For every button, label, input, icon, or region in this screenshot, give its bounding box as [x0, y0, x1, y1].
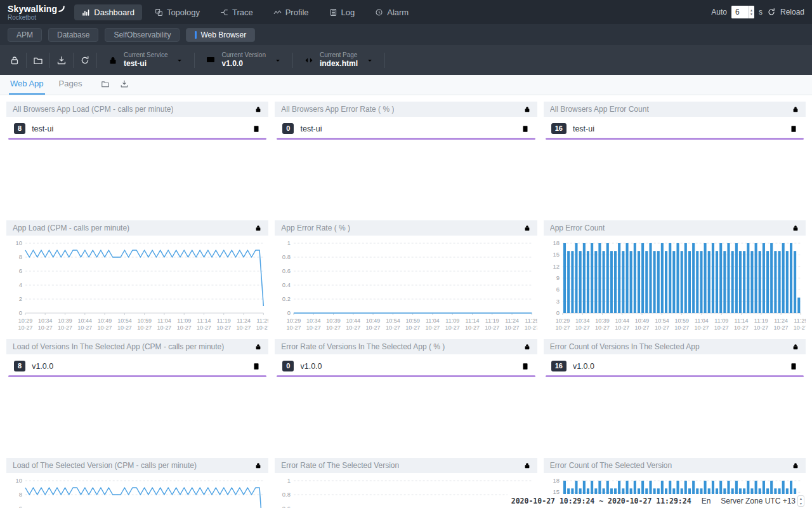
card-body: 16test-ui — [544, 117, 806, 140]
clipboard-icon[interactable] — [789, 124, 798, 133]
lock-icon[interactable] — [523, 105, 531, 113]
svg-text:10-27: 10-27 — [426, 324, 440, 331]
lock-icon[interactable] — [254, 105, 262, 113]
clipboard-icon[interactable] — [521, 124, 530, 133]
svg-text:10-27: 10-27 — [366, 324, 381, 331]
svg-text:10:29: 10:29 — [555, 318, 569, 324]
svg-text:9: 9 — [556, 274, 559, 281]
instance-row[interactable]: 16test-ui — [544, 117, 806, 137]
menu-item-log[interactable]: Log — [322, 4, 363, 20]
chart-canvas[interactable]: 00.20.40.60.8110:2910-2710:3410-2710:391… — [275, 236, 537, 336]
lock-icon[interactable] — [523, 224, 531, 232]
lock-icon[interactable] — [254, 343, 262, 351]
lock-icon[interactable] — [792, 343, 799, 351]
clipboard-icon[interactable] — [789, 362, 798, 371]
svg-text:10-27: 10-27 — [326, 324, 341, 331]
instance-row[interactable]: 8test-ui — [6, 117, 268, 137]
card-chart-4: App Error Rate ( % )00.20.40.60.8110:291… — [275, 220, 537, 337]
value-badge: 8 — [14, 361, 25, 371]
chart-canvas[interactable]: 00.20.40.60.8110:2910-2710:3410-2710:391… — [275, 473, 537, 508]
clipboard-icon[interactable] — [252, 362, 261, 371]
menu-item-alarm[interactable]: Alarm — [367, 4, 416, 20]
stepper-arrows[interactable]: ▲▼ — [748, 6, 754, 18]
divider — [384, 53, 385, 68]
lock-icon[interactable] — [254, 224, 262, 232]
svg-text:18: 18 — [553, 239, 560, 246]
card-body: 036912151810:2910-2710:3410-2710:3910-27… — [544, 236, 806, 336]
selector-current-page[interactable]: Current Pageindex.html — [295, 45, 383, 75]
svg-text:0.2: 0.2 — [282, 295, 291, 302]
clipboard-icon[interactable] — [521, 362, 530, 371]
card-header: App Load (CPM - calls per minute) — [6, 220, 268, 236]
card-title: App Error Rate ( % ) — [281, 224, 350, 232]
menu-item-topology[interactable]: Topology — [147, 4, 207, 20]
download-icon[interactable] — [120, 79, 129, 88]
export-button[interactable] — [52, 51, 71, 70]
folder-button[interactable] — [29, 51, 48, 70]
lock-button[interactable] — [5, 51, 24, 70]
selector-label: Current Service — [124, 51, 167, 60]
tab-web-app[interactable]: Web App — [9, 74, 45, 95]
svg-text:11:19: 11:19 — [217, 318, 231, 324]
clipboard-icon[interactable] — [252, 124, 261, 133]
svg-text:6: 6 — [19, 505, 22, 508]
svg-text:10-27: 10-27 — [445, 324, 460, 331]
monitor-icon — [206, 55, 216, 65]
menu-item-trace[interactable]: Trace — [213, 4, 261, 20]
svg-text:10-27: 10-27 — [98, 324, 112, 331]
svg-text:6: 6 — [19, 267, 22, 274]
chart-canvas[interactable]: 024681010:2910-2710:3410-2710:3910-2710:… — [6, 236, 268, 336]
lock-icon[interactable] — [792, 105, 799, 113]
svg-text:15: 15 — [553, 251, 560, 258]
group-tab-database[interactable]: Database — [48, 28, 98, 42]
instance-row[interactable]: 0test-ui — [275, 117, 537, 137]
chart-canvas[interactable]: 036912151810:2910-2710:3410-2710:3910-27… — [544, 236, 806, 336]
svg-text:10:49: 10:49 — [366, 318, 380, 324]
selection-underline — [8, 138, 266, 140]
group-tab-web-browser[interactable]: Web Browser — [186, 28, 255, 42]
menu-item-profile[interactable]: Profile — [266, 4, 317, 20]
folder-icon — [33, 55, 43, 65]
stepper-arrows[interactable]: ▲▼ — [797, 495, 804, 507]
selector-current-version[interactable]: Current Versionv1.0.0 — [197, 45, 290, 75]
svg-text:0.6: 0.6 — [282, 267, 291, 274]
reload-label[interactable]: Reload — [780, 8, 804, 17]
auto-interval-input[interactable] — [731, 6, 748, 18]
card-header: All Browsers App Error Rate ( % ) — [275, 102, 537, 117]
lock-icon[interactable] — [254, 462, 262, 469]
card-list-6: Load of Versions In The Selected App (CP… — [6, 339, 268, 455]
svg-text:10-27: 10-27 — [615, 324, 629, 331]
lock-icon[interactable] — [523, 343, 531, 351]
instance-row[interactable]: 8v1.0.0 — [6, 354, 268, 374]
svg-text:10-27: 10-27 — [58, 324, 72, 331]
time-range-picker[interactable]: 2020-10-27 10:29:24 ~ 2020-10-27 11:29:2… — [511, 497, 691, 505]
card-body: 024681010:2910-2710:3410-2710:3910-2710:… — [6, 473, 268, 508]
svg-text:2: 2 — [19, 295, 22, 302]
lock-icon[interactable] — [792, 224, 799, 232]
instance-row[interactable]: 0v1.0.0 — [275, 354, 537, 374]
menu-label: Profile — [285, 8, 309, 17]
lock-icon[interactable] — [792, 462, 799, 469]
svg-text:10-27: 10-27 — [38, 324, 53, 331]
language-selector[interactable]: En — [702, 497, 711, 505]
menu-item-dashboard[interactable]: Dashboard — [74, 4, 142, 20]
group-tab-apm[interactable]: APM — [8, 28, 42, 42]
chart-canvas[interactable]: 024681010:2910-2710:3410-2710:3910-2710:… — [6, 473, 268, 508]
code-icon — [304, 55, 314, 65]
card-header: App Error Rate ( % ) — [275, 220, 537, 236]
server-zone-value[interactable]: 13 — [787, 497, 796, 505]
folder-icon[interactable] — [101, 79, 110, 88]
instance-name: v1.0.0 — [300, 362, 322, 371]
tab-pages[interactable]: Pages — [58, 74, 84, 95]
instance-row[interactable]: 16v1.0.0 — [544, 354, 806, 374]
brand-logo[interactable]: Skywalking Rocketbot — [8, 4, 65, 21]
chart-icon — [82, 8, 90, 17]
group-tab-selfobservability[interactable]: SelfObservability — [105, 28, 180, 42]
lock-icon[interactable] — [523, 462, 531, 469]
selector-current-service[interactable]: Current Servicetest-ui — [99, 45, 192, 75]
svg-text:10:49: 10:49 — [98, 318, 112, 324]
divider — [73, 53, 74, 68]
divider — [96, 53, 97, 68]
refresh-button[interactable] — [75, 51, 95, 70]
reload-icon[interactable] — [767, 8, 776, 17]
